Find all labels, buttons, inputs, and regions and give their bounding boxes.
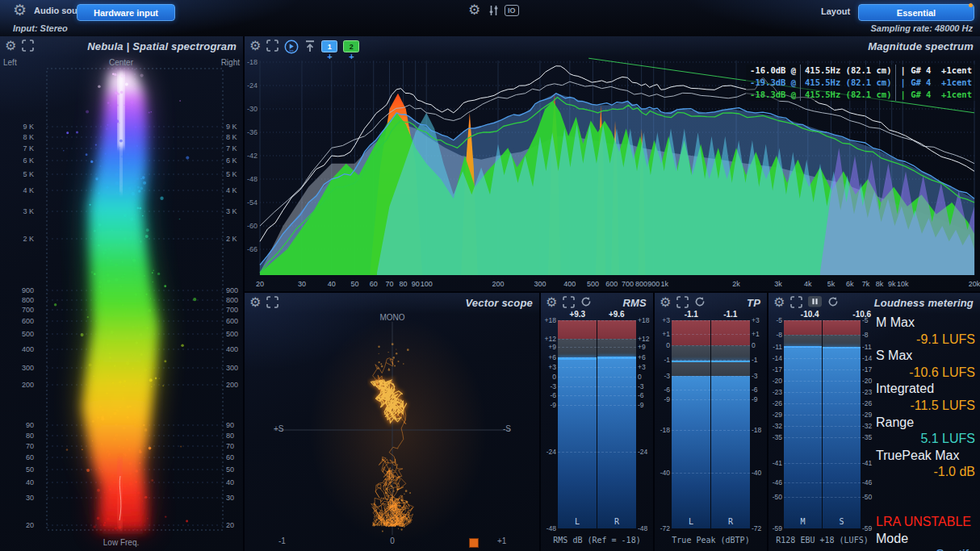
- mixer-icon[interactable]: [488, 5, 500, 16]
- marker-2-button[interactable]: 2 +: [343, 40, 359, 61]
- nebula-title: Nebula | Spatial spectrogram: [87, 40, 237, 52]
- settings-icon[interactable]: ⚙: [468, 3, 480, 16]
- sampling-rate-info: Sampling rate: 48000 Hz: [870, 23, 973, 33]
- nebula-left-label: Left: [3, 58, 17, 67]
- readout-row-green: -18.3dB @415.5Hz (82.1 cm)| G# 4 +1cent: [746, 89, 976, 101]
- nebula-tick-right: 700: [226, 306, 238, 314]
- loudness-stat-value: -11.5 LUFS: [876, 398, 975, 415]
- meter-scale-r: +3+10-1-3-6-9-18-40-72: [750, 320, 765, 528]
- loudness-pause-icon[interactable]: [808, 296, 822, 307]
- loudness-panel: ⚙ Loudness metering R128 EBU +18 (LUFS) …: [769, 293, 980, 551]
- readout-level: -19.3dB @: [746, 77, 800, 89]
- nebula-tick-left: 500: [22, 330, 34, 338]
- rms-header: ⚙ RMS: [541, 293, 653, 314]
- nebula-tick-left: 40: [26, 478, 34, 486]
- loudness-settings-icon[interactable]: ⚙: [773, 296, 785, 309]
- nebula-tick-right: 30: [226, 494, 234, 502]
- spectrum-x-label: 400: [563, 280, 576, 288]
- vector-scope-panel: ⚙ Vector scope MONO +S -S -1 0 +1: [245, 293, 539, 551]
- spectrum-x-label: 10k: [897, 280, 909, 288]
- nebula-tick-right: 40: [226, 478, 234, 486]
- nebula-tick-right: 600: [226, 317, 238, 325]
- loudness-fullscreen-icon[interactable]: [790, 296, 802, 308]
- spectrum-x-label: 20k: [969, 280, 980, 288]
- spectrum-x-label: 600: [605, 280, 618, 288]
- readout-row-blue: -19.3dB @415.5Hz (82.1 cm)| G# 4 +1cent: [746, 77, 976, 89]
- rms-fullscreen-icon[interactable]: [563, 296, 575, 308]
- marker-1-badge[interactable]: 1: [321, 40, 337, 52]
- meter-channel-label: M: [784, 517, 822, 526]
- marker-2-add-icon[interactable]: +: [349, 53, 354, 61]
- rms-panel: ⚙ RMS RMS dB (Ref = -18) +9.3+9.6+18+12+…: [541, 293, 653, 551]
- svg-text:live: live: [290, 49, 294, 52]
- spectrum-x-label: 7k: [862, 280, 870, 288]
- meter-scale-l: +18+12+9+6+30-3-6-9-24-48: [542, 320, 558, 528]
- meter-channel-label: L: [558, 517, 597, 526]
- marker-1-add-icon[interactable]: +: [327, 53, 332, 61]
- spectrum-settings-icon[interactable]: ⚙: [249, 40, 261, 52]
- scope-plus-s-label: +S: [274, 424, 284, 433]
- nebula-tick-right: 5 K: [226, 170, 237, 178]
- loudness-reset-icon[interactable]: [827, 296, 839, 307]
- spectrum-x-label: 700: [622, 280, 634, 288]
- nebula-tick-left: 600: [22, 317, 34, 325]
- marker-2-badge[interactable]: 2: [343, 40, 359, 52]
- readout-level: -16.0dB @: [746, 65, 800, 77]
- nebula-tick-right: 8 K: [226, 133, 237, 141]
- live-play-icon[interactable]: live: [284, 40, 299, 54]
- rms-settings-icon[interactable]: ⚙: [546, 296, 557, 309]
- nebula-fullscreen-icon[interactable]: [22, 40, 34, 52]
- nebula-tick-left: 70: [26, 442, 34, 450]
- nebula-tick-left: 400: [22, 345, 34, 353]
- meter-bar-R: R: [597, 320, 636, 528]
- tp-settings-icon[interactable]: ⚙: [660, 296, 671, 309]
- marker-1-button[interactable]: 1 +: [321, 40, 337, 61]
- scope-display: [245, 293, 539, 551]
- nebula-tick-left: 4 K: [23, 186, 34, 194]
- freeze-top-icon[interactable]: [304, 40, 316, 53]
- rms-reset-icon[interactable]: [580, 296, 592, 307]
- nebula-tick-right: 80: [226, 432, 234, 440]
- spectrum-y-label: -66: [247, 245, 258, 253]
- spectrum-y-label: -48: [247, 175, 258, 183]
- spectrum-x-label: 5k: [827, 280, 836, 288]
- spectrum-header: ⚙ live 1 + 2 + Magnitude: [245, 36, 980, 57]
- spectrum-y-label: -36: [247, 128, 258, 136]
- nebula-right-label: Right: [221, 58, 240, 67]
- tp-panel: ⚙ TP True Peak (dBTP) -1.1-1.1+3+10-1-3-…: [655, 293, 767, 551]
- loudness-title: Loudness metering: [874, 297, 974, 309]
- nebula-tick-left: 30: [26, 494, 34, 502]
- nebula-tick-right: 70: [226, 442, 234, 450]
- loudness-stat-value: -10.6 LUFS: [876, 365, 975, 382]
- meter-body: +18+12+9+6+30-3-6-9-24-48LR+18+12+9+6+30…: [542, 320, 651, 528]
- loudness-stat-label: S Max: [876, 348, 975, 365]
- nebula-tick-left: 6 K: [23, 157, 34, 165]
- meter-channel-label: R: [597, 517, 636, 526]
- nebula-header: ⚙ Nebula | Spatial spectrogram: [0, 36, 243, 57]
- nebula-bottom-label: Low Freq.: [103, 538, 139, 547]
- nebula-settings-icon[interactable]: ⚙: [5, 40, 16, 52]
- tp-fullscreen-icon[interactable]: [676, 296, 689, 308]
- nebula-tick-left: 20: [26, 521, 34, 529]
- nebula-tick-right: 3 K: [226, 207, 237, 215]
- spectrum-x-label: 100: [421, 280, 433, 288]
- scope-settings-icon[interactable]: ⚙: [249, 296, 261, 309]
- readout-note: | G# 4 +1cent: [895, 77, 976, 89]
- tp-title: TP: [747, 297, 760, 309]
- loudness-stat-label: Range: [876, 415, 975, 432]
- spectrum-x-label: 9k: [888, 280, 896, 288]
- nebula-tick-left: 800: [22, 296, 34, 304]
- hardware-input-button[interactable]: Hardware input: [77, 4, 175, 21]
- readout-freq: 415.5Hz (82.1 cm): [800, 77, 895, 89]
- loudness-stat-value: -1.0 dB: [876, 464, 975, 481]
- spectrum-x-label: 3k: [774, 280, 782, 288]
- scope-clip-indicator-button[interactable]: [469, 538, 479, 548]
- nebula-tick-left: 7 K: [23, 144, 34, 152]
- tp-reset-icon[interactable]: [694, 296, 706, 307]
- layout-essential-button[interactable]: Essential: [858, 4, 974, 21]
- scope-fullscreen-icon[interactable]: [266, 296, 279, 308]
- spectrum-fullscreen-icon[interactable]: [266, 40, 279, 52]
- io-routing-icon[interactable]: IO: [505, 5, 519, 16]
- loudness-stat-label: TruePeak Max: [876, 448, 975, 465]
- audio-source-settings-icon[interactable]: ⚙: [13, 3, 27, 16]
